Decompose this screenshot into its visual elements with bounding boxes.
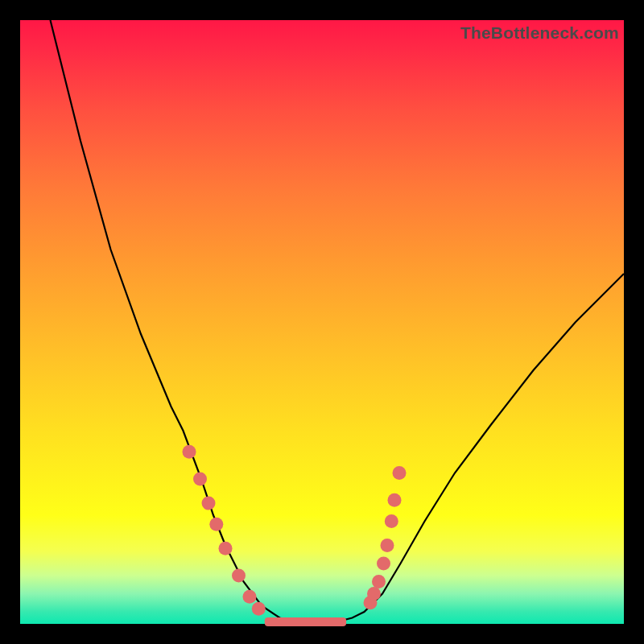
- data-marker: [381, 539, 394, 552]
- data-marker: [367, 587, 381, 601]
- data-marker: [202, 497, 216, 510]
- watermark-text: TheBottleneck.com: [460, 23, 619, 43]
- data-marker: [193, 473, 207, 486]
- bottom-flat-bar: [265, 617, 346, 626]
- plot-area: TheBottleneck.com: [20, 20, 624, 624]
- data-marker: [393, 466, 407, 480]
- data-marker: [372, 575, 386, 588]
- data-marker: [219, 542, 233, 555]
- data-marker: [183, 445, 196, 459]
- data-marker: [209, 518, 223, 531]
- data-marker: [232, 569, 246, 583]
- data-marker: [252, 602, 266, 616]
- chart-frame: TheBottleneck.com: [0, 0, 644, 644]
- left-marker-cluster: [183, 445, 266, 616]
- data-marker: [243, 590, 257, 604]
- bottleneck-curve: [51, 20, 625, 621]
- data-marker: [385, 514, 398, 528]
- data-marker: [377, 557, 390, 571]
- data-marker: [388, 493, 402, 507]
- chart-svg: [20, 20, 624, 624]
